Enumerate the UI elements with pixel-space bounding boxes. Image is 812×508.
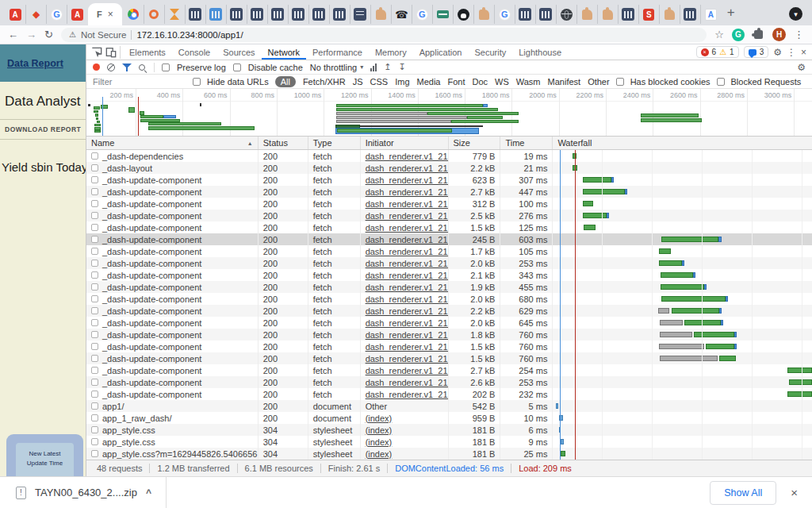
pinned-tab-chart[interactable] [288,5,308,24]
export-har-icon[interactable]: ↧ [398,62,405,72]
tab-security[interactable]: Security [468,44,512,60]
new-tab-button[interactable]: + [727,5,735,21]
blocked-requests-checkbox[interactable] [717,78,725,86]
initiator-link[interactable]: dash_renderer.v1_21_0... [366,187,449,197]
filter-pill-font[interactable]: Font [447,77,465,87]
initiator-link[interactable]: dash_renderer.v1_21_0... [366,175,449,185]
table-row[interactable]: _dash-dependencies200fetchdash_renderer.… [86,150,812,162]
pinned-tab-chart[interactable] [618,5,638,24]
initiator-link[interactable]: dash_renderer.v1_21_0... [366,354,449,364]
table-row[interactable]: _dash-update-component200fetchdash_rende… [86,233,812,245]
row-checkbox[interactable] [91,355,98,362]
pinned-tab-globe[interactable] [556,5,576,24]
row-checkbox[interactable] [91,260,98,267]
tab-performance[interactable]: Performance [306,44,369,60]
network-conditions-icon[interactable] [370,64,377,71]
filter-pill-media[interactable]: Media [417,77,441,87]
disable-cache-checkbox[interactable] [233,64,241,71]
row-checkbox[interactable] [91,224,98,231]
column-header-size[interactable]: Size [449,137,501,149]
filter-pill-doc[interactable]: Doc [472,77,488,87]
row-checkbox[interactable] [91,331,98,338]
throttling-select[interactable]: No throttling ▾ [310,63,363,72]
pinned-tab-chart-blue[interactable] [205,5,226,24]
table-row[interactable]: _dash-update-component200fetchdash_rende… [86,376,812,388]
pinned-tab-chart[interactable] [515,5,535,24]
row-checkbox[interactable] [91,319,98,326]
row-checkbox[interactable] [91,307,98,314]
download-item[interactable]: ! TAYN00_6430_2....zip ^ [0,477,166,508]
pinned-tab-list[interactable] [350,5,370,24]
row-checkbox[interactable] [91,438,98,445]
column-header-name[interactable]: Name▲ [86,137,259,149]
initiator-link[interactable]: dash_renderer.v1_21_0... [366,235,449,244]
pinned-tab-chart[interactable] [680,5,700,24]
row-checkbox[interactable] [91,271,98,279]
initiator-link[interactable]: (index) [366,425,393,435]
tab-lighthouse[interactable]: Lighthouse [512,44,568,60]
pinned-tab-shop[interactable]: S [638,5,659,24]
download-filename[interactable]: TAYN00_6430_2....zip [35,487,137,498]
row-checkbox[interactable] [91,283,98,291]
issues-badge[interactable]: 3 [744,46,769,58]
initiator-link[interactable]: dash_renderer.v1_21_0... [366,390,449,399]
table-row[interactable]: _dash-update-component200fetchdash_rende… [86,174,812,186]
pinned-tab-red-doc[interactable]: A [5,5,25,24]
table-row[interactable]: app_style.css304stylesheet(index)181 B6 … [86,424,812,436]
hide-data-urls-checkbox[interactable] [193,78,201,86]
pinned-tab-hand[interactable] [473,5,494,24]
devtools-close-icon[interactable]: × [801,47,806,58]
table-row[interactable]: app_style.css304stylesheet(index)181 B9 … [86,436,812,448]
pinned-tab-chart[interactable] [308,5,329,24]
reload-icon[interactable]: ↻ [44,29,53,40]
row-checkbox[interactable] [91,188,98,195]
pinned-tab-chart[interactable] [535,5,556,24]
initiator-link[interactable]: dash_renderer.v1_21_0... [366,366,449,375]
pinned-tab-hand[interactable] [370,5,391,24]
tab-network[interactable]: Network [262,44,306,60]
filter-pill-other[interactable]: Other [588,77,610,87]
security-label[interactable]: Not Secure [81,30,127,40]
url-text[interactable]: 172.16.10.234:8000/app1/ [136,30,243,40]
device-toolbar-icon[interactable] [105,46,121,59]
pinned-tab-chart[interactable] [267,5,288,24]
table-row[interactable]: app1/200documentOther542 B5 ms [86,400,812,412]
filter-pill-all[interactable]: All [275,76,296,87]
table-row[interactable]: _dash-update-component200fetchdash_rende… [86,186,812,198]
download-caret-icon[interactable]: ^ [146,487,151,498]
column-header-status[interactable]: Status [259,137,308,149]
table-row[interactable]: _dash-update-component200fetchdash_rende… [86,221,812,233]
pinned-tab-hand[interactable] [597,5,618,24]
row-checkbox[interactable] [91,391,98,398]
initiator-link[interactable]: dash_renderer.v1_21_0... [366,330,449,340]
data-report-link[interactable]: Data Report [7,58,63,69]
initiator-link[interactable]: dash_renderer.v1_21_0... [366,211,449,221]
table-row[interactable]: _dash-update-component200fetchdash_rende… [86,329,812,341]
pinned-tab-translate[interactable]: A [700,5,721,24]
table-row[interactable]: app_style.css?m=1629445826.5406656304sty… [86,448,812,460]
extensions-puzzle-icon[interactable] [754,30,763,39]
initiator-link[interactable]: dash_renderer.v1_21_0... [366,318,449,328]
downloads-bar-close-icon[interactable]: × [791,486,798,499]
table-row[interactable]: _dash-update-component200fetchdash_rende… [86,364,812,376]
table-row[interactable]: _dash-update-component200fetchdash_rende… [86,317,812,329]
table-row[interactable]: _dash-update-component200fetchdash_rende… [86,305,812,317]
filter-pill-img[interactable]: Img [395,77,409,87]
show-all-downloads-button[interactable]: Show All [710,481,776,505]
inspect-element-icon[interactable] [89,46,105,59]
table-row[interactable]: _dash-update-component200fetchdash_rende… [86,198,812,210]
table-row[interactable]: _dash-update-component200fetchdash_rende… [86,257,812,269]
console-issues-badge[interactable]: × 6 ⚠ 1 [696,46,739,58]
filter-pill-wasm[interactable]: Wasm [516,77,541,87]
row-checkbox[interactable] [91,164,98,171]
initiator-link[interactable]: dash_renderer.v1_21_0... [366,271,449,280]
filter-pill-css[interactable]: CSS [370,77,389,87]
row-checkbox[interactable] [91,248,98,255]
pinned-tab-gitlab[interactable]: ◆ [25,5,46,24]
table-row[interactable]: _dash-update-component200fetchdash_rende… [86,341,812,352]
filter-funnel-icon[interactable] [122,63,132,72]
filter-pill-fetchxhr[interactable]: Fetch/XHR [303,77,346,87]
profile-avatar[interactable]: H [772,28,786,41]
record-network-log-icon[interactable] [93,64,100,71]
tab-application[interactable]: Application [413,44,469,60]
